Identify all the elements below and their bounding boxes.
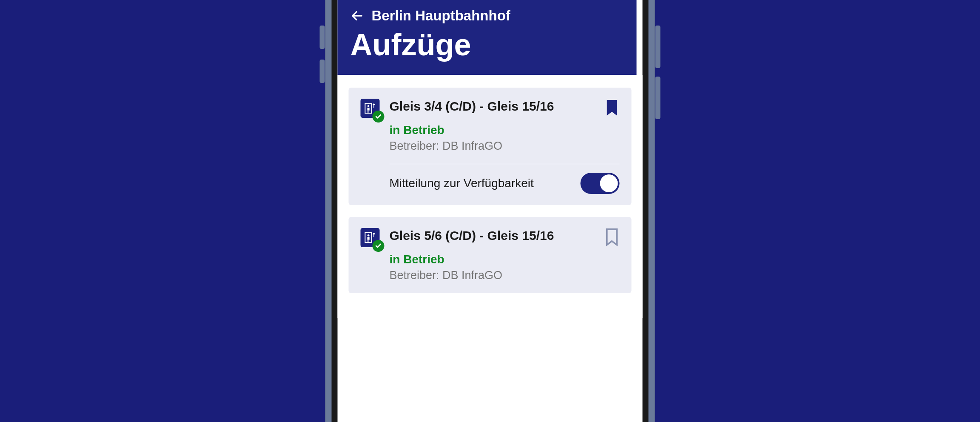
phone-frame: Berlin Hauptbahnhof Aufzüge bbox=[325, 0, 655, 422]
app-header: Berlin Hauptbahnhof Aufzüge bbox=[338, 0, 637, 75]
bookmark-button[interactable] bbox=[604, 228, 620, 248]
bookmark-outline-icon bbox=[604, 228, 620, 247]
phone-side-button bbox=[320, 26, 325, 49]
card-divider bbox=[390, 164, 620, 164]
elevator-title: Gleis 3/4 (C/D) - Gleis 15/16 bbox=[390, 99, 596, 114]
card-info: Gleis 5/6 (C/D) - Gleis 15/16 in Betrieb… bbox=[390, 228, 596, 282]
status-check-icon bbox=[373, 240, 385, 252]
notification-toggle-row: Mitteilung zur Verfügbarkeit bbox=[361, 173, 620, 194]
status-check-icon bbox=[373, 111, 385, 123]
header-top-row: Berlin Hauptbahnhof bbox=[350, 8, 624, 24]
status-text: in Betrieb bbox=[390, 253, 596, 266]
card-info: Gleis 3/4 (C/D) - Gleis 15/16 in Betrieb… bbox=[390, 99, 596, 153]
bookmark-button[interactable] bbox=[604, 99, 620, 119]
svg-rect-3 bbox=[368, 108, 370, 110]
operator-text: Betreiber: DB InfraGO bbox=[390, 140, 596, 153]
status-text: in Betrieb bbox=[390, 123, 596, 137]
svg-rect-5 bbox=[369, 111, 370, 113]
svg-point-2 bbox=[368, 105, 370, 107]
elevator-card[interactable]: Gleis 3/4 (C/D) - Gleis 15/16 in Betrieb… bbox=[349, 88, 632, 205]
phone-side-button bbox=[320, 60, 325, 83]
phone-side-button bbox=[655, 77, 661, 119]
elevator-icon-wrap bbox=[361, 228, 381, 248]
phone-screen: Berlin Hauptbahnhof Aufzüge bbox=[338, 0, 643, 422]
svg-rect-9 bbox=[368, 240, 368, 242]
card-top-row: Gleis 3/4 (C/D) - Gleis 15/16 in Betrieb… bbox=[361, 99, 620, 153]
notification-toggle[interactable] bbox=[581, 173, 620, 194]
svg-rect-8 bbox=[368, 237, 370, 240]
toggle-label: Mitteilung zur Verfügbarkeit bbox=[390, 177, 534, 190]
back-button[interactable] bbox=[350, 9, 364, 23]
bookmark-filled-icon bbox=[604, 99, 620, 117]
card-top-row: Gleis 5/6 (C/D) - Gleis 15/16 in Betrieb… bbox=[361, 228, 620, 282]
toggle-thumb bbox=[600, 174, 618, 192]
svg-point-7 bbox=[368, 234, 370, 237]
page-title: Aufzüge bbox=[350, 27, 624, 62]
svg-rect-10 bbox=[369, 240, 370, 242]
content-area: Gleis 3/4 (C/D) - Gleis 15/16 in Betrieb… bbox=[338, 75, 643, 318]
elevator-icon-wrap bbox=[361, 99, 381, 119]
elevator-card[interactable]: Gleis 5/6 (C/D) - Gleis 15/16 in Betrieb… bbox=[349, 217, 632, 293]
location-name: Berlin Hauptbahnhof bbox=[372, 8, 510, 24]
phone-side-button bbox=[655, 26, 661, 68]
operator-text: Betreiber: DB InfraGO bbox=[390, 269, 596, 282]
arrow-left-icon bbox=[350, 9, 364, 23]
elevator-title: Gleis 5/6 (C/D) - Gleis 15/16 bbox=[390, 228, 596, 243]
svg-rect-4 bbox=[368, 111, 368, 113]
